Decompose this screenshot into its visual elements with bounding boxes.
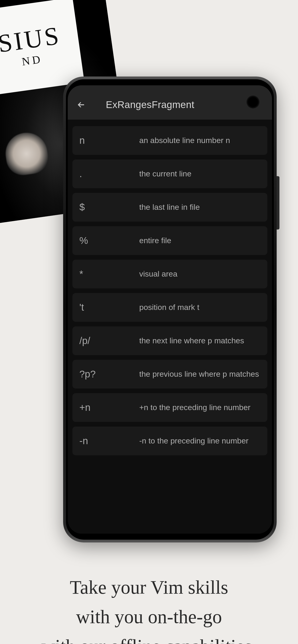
range-description: the current line (139, 168, 260, 179)
list-item[interactable]: 't position of mark t (72, 293, 267, 322)
range-command: n (79, 135, 137, 146)
range-description: the last line in file (139, 202, 260, 212)
phone-side-button (277, 176, 279, 230)
range-description: the previous line where p matches (139, 369, 260, 380)
range-command: 't (79, 302, 137, 313)
list-item[interactable]: n an absolute line number n (72, 126, 267, 155)
range-command: /p/ (79, 335, 137, 346)
range-command: -n (79, 435, 137, 446)
camera-notch (246, 96, 259, 108)
page-title: ExRangesFragment (106, 99, 194, 110)
range-description: +n to the preceding line number (139, 402, 260, 413)
phone-mockup: ExRangesFragment n an absolute line numb… (63, 76, 277, 542)
list-item[interactable]: % entire file (72, 226, 267, 255)
range-description: an absolute line number n (139, 135, 260, 146)
range-description: visual area (139, 269, 260, 279)
range-command: . (79, 168, 137, 180)
tagline-line-2: with you on-the-go (14, 602, 284, 632)
brand-text-fragment: SIUS (0, 22, 62, 56)
range-command: % (79, 235, 137, 246)
ranges-list[interactable]: n an absolute line number n . the curren… (68, 120, 272, 534)
phone-screen-frame: ExRangesFragment n an absolute line numb… (66, 79, 274, 540)
list-item[interactable]: . the current line (72, 160, 267, 188)
list-item[interactable]: /p/ the next line where p matches (72, 326, 267, 355)
tagline-line-1: Take your Vim skills (14, 572, 284, 602)
list-item[interactable]: ?p? the previous line where p matches (72, 360, 267, 388)
range-command: $ (79, 202, 137, 213)
list-item[interactable]: +n +n to the preceding line number (72, 393, 267, 422)
app-header: ExRangesFragment (68, 85, 272, 120)
range-description: entire file (139, 235, 260, 246)
range-command: ?p? (79, 368, 137, 380)
list-item[interactable]: -n -n to the preceding line number (72, 426, 267, 455)
range-description: position of mark t (139, 302, 260, 313)
back-button[interactable] (76, 100, 86, 110)
list-item[interactable]: * visual area (72, 260, 267, 288)
range-description: -n to the preceding line number (139, 436, 260, 446)
list-item[interactable]: $ the last line in file (72, 193, 267, 222)
brand-sub-fragment: ND (21, 52, 43, 68)
tagline-line-3: with our offline capabilities. (14, 632, 284, 644)
range-description: the next line where p matches (139, 336, 260, 346)
range-command: * (79, 268, 137, 280)
phone-screen: ExRangesFragment n an absolute line numb… (68, 85, 272, 534)
range-command: +n (79, 402, 137, 413)
back-arrow-icon (76, 100, 86, 110)
marketing-tagline: Take your Vim skills with you on-the-go … (0, 572, 298, 644)
